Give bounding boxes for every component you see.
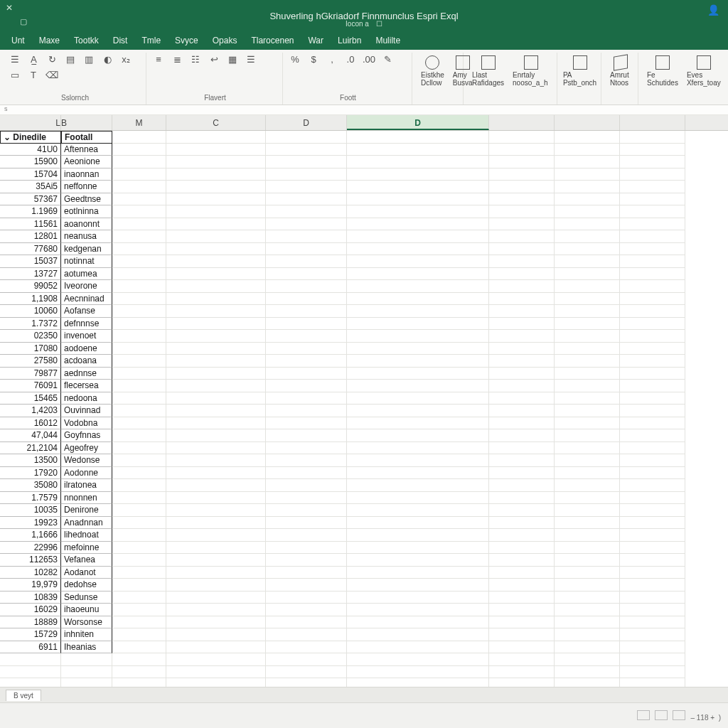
cell[interactable] <box>489 529 555 542</box>
cell[interactable] <box>347 479 489 492</box>
cell[interactable] <box>489 205 555 218</box>
wrap-icon[interactable]: ↩ <box>208 54 220 65</box>
cell[interactable] <box>555 392 620 405</box>
cell[interactable]: 15037 <box>0 255 61 268</box>
cell[interactable] <box>112 504 166 517</box>
font-size-icon[interactable]: A̲ <box>27 54 40 65</box>
cell[interactable]: inhniten <box>61 628 112 641</box>
cell[interactable] <box>620 529 685 542</box>
cell[interactable] <box>347 429 489 442</box>
cell[interactable] <box>347 504 489 517</box>
cell[interactable]: Worsonse <box>61 616 112 629</box>
cell[interactable] <box>347 567 489 579</box>
cell[interactable] <box>166 492 266 505</box>
cell[interactable] <box>620 168 685 181</box>
cell[interactable]: 13500 <box>0 454 61 467</box>
cell[interactable] <box>620 218 685 231</box>
cell[interactable] <box>112 368 166 380</box>
cell[interactable] <box>266 492 347 505</box>
merge-icon[interactable]: ▦ <box>226 54 239 65</box>
cell[interactable] <box>347 305 489 318</box>
cell[interactable]: 112653 <box>0 554 61 567</box>
cell[interactable] <box>555 405 620 417</box>
align-bot-icon[interactable]: ☷ <box>189 54 202 65</box>
cell[interactable]: Iheanias <box>61 641 112 654</box>
cell[interactable] <box>166 479 266 492</box>
cell[interactable] <box>489 255 555 268</box>
cell[interactable] <box>61 653 112 666</box>
align-justify-icon[interactable]: ☰ <box>245 54 257 65</box>
cell[interactable] <box>112 542 166 555</box>
cell[interactable] <box>555 168 620 181</box>
cell[interactable] <box>112 318 166 331</box>
cell[interactable] <box>489 442 555 455</box>
page-break-view-icon[interactable] <box>673 710 685 720</box>
cell[interactable] <box>620 417 685 430</box>
cell[interactable] <box>266 392 347 405</box>
cell[interactable] <box>166 368 266 380</box>
cell[interactable] <box>347 193 489 206</box>
cell[interactable] <box>347 368 489 380</box>
cell[interactable] <box>620 616 685 629</box>
cell[interactable] <box>266 268 347 281</box>
cell[interactable]: lihednoat <box>61 529 112 542</box>
cell[interactable] <box>489 542 555 555</box>
cell[interactable] <box>166 355 266 368</box>
cell[interactable] <box>166 205 266 218</box>
cell[interactable] <box>112 592 166 604</box>
cell[interactable] <box>112 181 166 193</box>
cell[interactable] <box>347 255 489 268</box>
comma-icon[interactable]: , <box>326 54 338 65</box>
cell[interactable] <box>112 529 166 542</box>
cell[interactable] <box>112 616 166 629</box>
cell[interactable] <box>266 131 347 144</box>
cell[interactable] <box>166 268 266 281</box>
cell[interactable]: Geedtnse <box>61 193 112 206</box>
cell[interactable] <box>555 579 620 592</box>
cell[interactable] <box>166 243 266 256</box>
cell[interactable] <box>347 343 489 355</box>
menu-item[interactable]: War <box>308 36 323 46</box>
cell[interactable]: 1.7579 <box>0 492 61 505</box>
cell[interactable]: Goyfnnas <box>61 429 112 442</box>
cell[interactable] <box>620 467 685 480</box>
cell[interactable]: aednnse <box>61 368 112 380</box>
cell[interactable] <box>489 218 555 231</box>
cell[interactable] <box>266 218 347 231</box>
cell[interactable] <box>166 604 266 616</box>
cell[interactable] <box>555 504 620 517</box>
cell[interactable]: 15465 <box>0 392 61 405</box>
cell[interactable] <box>555 156 620 168</box>
ribbon-delete-button[interactable]: Enrtaly nooso_a_h <box>510 54 552 88</box>
autosave-icon[interactable]: ▢ <box>20 17 27 26</box>
cell[interactable] <box>347 156 489 168</box>
cell[interactable]: 99052 <box>0 280 61 293</box>
column-header[interactable]: C <box>166 115 266 130</box>
cell[interactable] <box>620 205 685 218</box>
zoom-level[interactable]: 118 <box>697 714 709 722</box>
number-icon[interactable]: % <box>289 54 301 65</box>
cell[interactable]: 10060 <box>0 305 61 318</box>
cell[interactable] <box>555 255 620 268</box>
cell[interactable] <box>347 492 489 505</box>
cell[interactable] <box>112 230 166 243</box>
cell[interactable] <box>166 218 266 231</box>
cell[interactable] <box>555 181 620 193</box>
clear-icon[interactable]: ⌫ <box>46 70 58 81</box>
cell[interactable] <box>112 454 166 467</box>
cell[interactable] <box>489 392 555 405</box>
cell[interactable] <box>620 255 685 268</box>
column-header[interactable] <box>489 115 555 130</box>
cell[interactable] <box>112 641 166 654</box>
cell[interactable] <box>347 604 489 616</box>
formula-bar[interactable]: s <box>0 105 728 115</box>
ribbon-format-cells-button[interactable]: PA Pstb_onch <box>563 54 596 88</box>
cell[interactable] <box>347 616 489 629</box>
menu-item[interactable]: Svyce <box>175 36 198 46</box>
cell[interactable] <box>489 330 555 343</box>
cell[interactable] <box>620 181 685 193</box>
cell[interactable] <box>266 429 347 442</box>
cell[interactable]: 35080 <box>0 479 61 492</box>
cell[interactable] <box>347 318 489 331</box>
cell[interactable] <box>112 355 166 368</box>
